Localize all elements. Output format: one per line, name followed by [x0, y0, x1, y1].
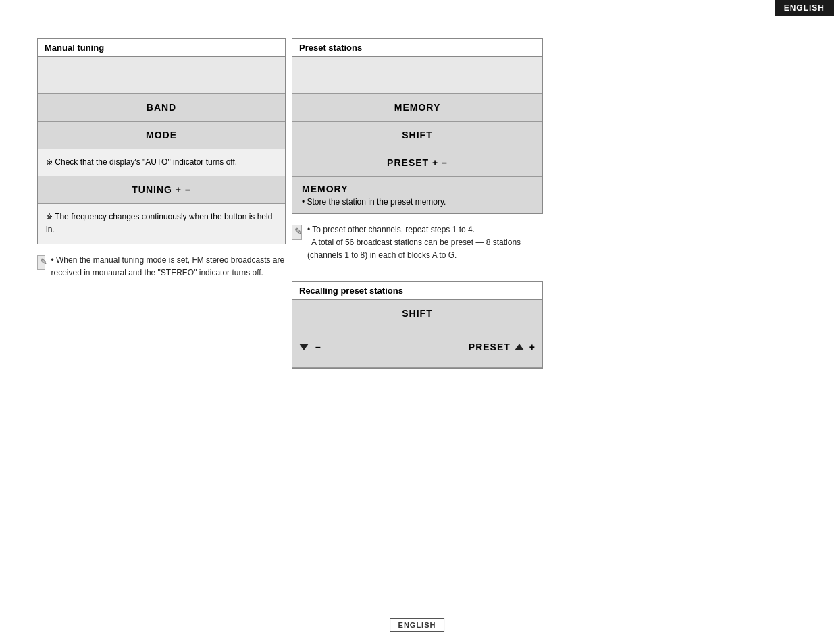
preset-button-row: PRESET + –	[292, 149, 542, 177]
tuning-button-row: TUNING + –	[38, 176, 285, 204]
recalling-stations-section: Recalling preset stations SHIFT – PRESET…	[292, 281, 543, 369]
preset-recall-row: – PRESET +	[292, 327, 542, 368]
preset-stations-table: MEMORY SHIFT PRESET + – MEMORY • Store t…	[292, 56, 543, 214]
pencil-icon-right	[292, 225, 302, 240]
auto-note: ※ Check that the display's "AUTO" indica…	[38, 149, 285, 176]
recalling-stations-table: SHIFT – PRESET +	[292, 299, 543, 369]
preset-recall-right: PRESET +	[469, 342, 536, 352]
memory-desc-label: MEMORY	[302, 184, 533, 194]
manual-tuning-table: BAND MODE ※ Check that the display's "AU…	[37, 56, 286, 244]
preset-pencil-note: • To preset other channels, repeat steps…	[307, 223, 543, 263]
shift-button-row: SHIFT	[292, 122, 542, 149]
preset-pencil-section: • To preset other channels, repeat steps…	[292, 221, 543, 263]
mode-button-row: MODE	[38, 122, 285, 149]
memory-button-row: MEMORY	[292, 94, 542, 122]
memory-desc-row: MEMORY • Store the station in the preset…	[292, 177, 542, 213]
manual-tuning-note: • When the manual tuning mode is set, FM…	[51, 254, 286, 279]
preset-recall-left: –	[299, 342, 321, 352]
display-row-1	[38, 57, 285, 94]
right-panel: Preset stations MEMORY SHIFT PRESET + – …	[292, 38, 543, 369]
band-button-row: BAND	[38, 94, 285, 122]
triangle-up-icon	[515, 344, 524, 350]
memory-desc-text: • Store the station in the preset memory…	[302, 197, 533, 207]
language-badge-top: ENGLISH	[775, 0, 834, 16]
recalling-stations-title: Recalling preset stations	[292, 281, 543, 300]
preset-display-row	[292, 57, 542, 94]
manual-tuning-panel: Manual tuning BAND MODE ※ Check that the…	[37, 38, 286, 279]
freq-note: ※ The frequency changes continuously whe…	[38, 204, 285, 243]
triangle-down-icon	[299, 344, 309, 350]
manual-tuning-title: Manual tuning	[37, 38, 286, 57]
language-badge-bottom: ENGLISH	[390, 618, 445, 632]
preset-stations-title: Preset stations	[292, 38, 543, 57]
shift-recall-button-row: SHIFT	[292, 300, 542, 327]
pencil-icon-left	[37, 255, 45, 270]
preset-stations-section: Preset stations MEMORY SHIFT PRESET + – …	[292, 38, 543, 263]
manual-tuning-pencil-section: • When the manual tuning mode is set, FM…	[37, 251, 286, 279]
